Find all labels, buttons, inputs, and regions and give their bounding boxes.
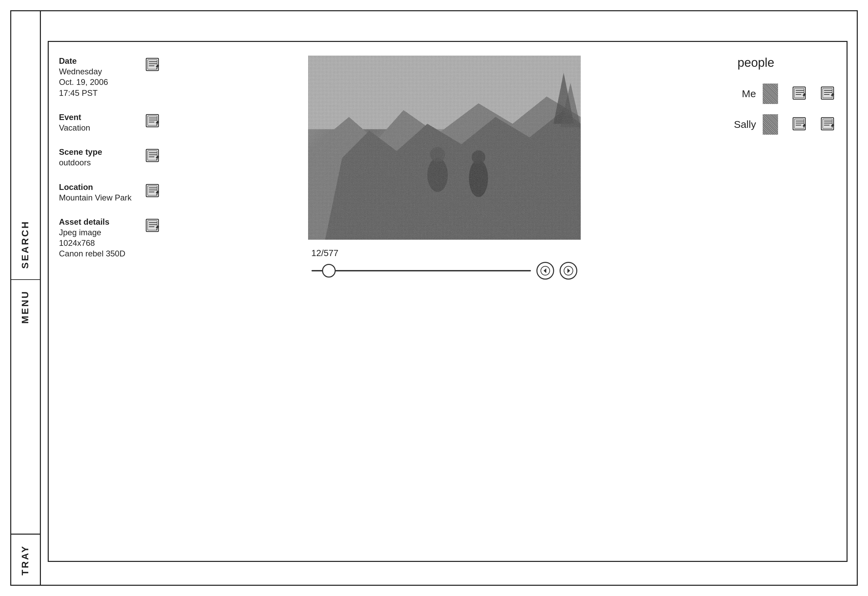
- sidebar-search-label[interactable]: SEARCH: [20, 210, 31, 279]
- svg-rect-62: [794, 119, 804, 129]
- location-label: Location: [59, 182, 142, 192]
- event-value: Vacation: [59, 123, 142, 133]
- asset-size: 1024x768: [59, 238, 142, 248]
- person-row-sally: Sally: [727, 114, 836, 135]
- person-name-sally: Sally: [731, 119, 756, 130]
- person-thumb-me: [763, 84, 778, 104]
- sidebar-menu-label[interactable]: MENU: [20, 280, 31, 334]
- date-full: Oct. 19, 2006: [59, 77, 142, 87]
- scene-label: Scene type: [59, 146, 142, 157]
- photo-slider[interactable]: [311, 270, 531, 271]
- person-me-edit-button[interactable]: [792, 86, 808, 102]
- asset-label: Asset details: [59, 216, 142, 227]
- slider-row: [311, 262, 577, 280]
- asset-section: Asset details Jpeg image 1024x768 Canon …: [59, 216, 161, 259]
- asset-type: Jpeg image: [59, 227, 142, 238]
- slider-thumb[interactable]: [322, 264, 336, 278]
- date-label: Date: [59, 56, 142, 66]
- info-panel: Date Wednesday Oct. 19, 2006 17:45 PST: [49, 42, 171, 561]
- scene-text: Scene type outdoors: [59, 146, 142, 168]
- svg-rect-15: [148, 151, 157, 160]
- photo-dither-overlay: [308, 56, 581, 240]
- svg-marker-48: [567, 268, 570, 273]
- event-section: Event Vacation: [59, 112, 161, 133]
- person-sally-edit-button[interactable]: [792, 116, 808, 133]
- asset-edit-button[interactable]: [145, 218, 161, 234]
- location-value: Mountain View Park: [59, 192, 142, 203]
- location-section: Location Mountain View Park: [59, 182, 161, 203]
- photo-display: [308, 56, 581, 240]
- svg-rect-8: [148, 116, 157, 126]
- svg-rect-68: [823, 119, 832, 129]
- next-button[interactable]: [559, 262, 577, 280]
- svg-rect-56: [823, 88, 832, 98]
- location-edit-button[interactable]: [145, 183, 161, 200]
- event-edit-button[interactable]: [145, 113, 161, 130]
- sidebar-bottom: TRAY: [10, 534, 40, 586]
- sidebar-top: SEARCH MENU: [10, 10, 40, 534]
- date-time: 17:45 PST: [59, 88, 142, 98]
- slide-counter: 12/577: [311, 248, 577, 259]
- left-sidebar: SEARCH MENU TRAY: [10, 10, 41, 586]
- date-day: Wednesday: [59, 66, 142, 77]
- event-text: Event Vacation: [59, 112, 142, 133]
- scene-section: Scene type outdoors: [59, 146, 161, 168]
- person-thumb-sally: [763, 114, 778, 135]
- scene-value: outdoors: [59, 157, 142, 168]
- scene-edit-button[interactable]: [145, 148, 161, 164]
- person-name-me: Me: [731, 88, 756, 99]
- person-row-me: Me: [727, 84, 836, 104]
- svg-rect-29: [148, 220, 157, 230]
- people-panel: people Me: [717, 42, 847, 561]
- slider-area: 12/577: [308, 248, 581, 280]
- prev-button[interactable]: [536, 262, 554, 280]
- date-text: Date Wednesday Oct. 19, 2006 17:45 PST: [59, 56, 142, 98]
- sidebar-tray-label[interactable]: TRAY: [20, 545, 31, 575]
- image-area: 12/577: [171, 42, 717, 561]
- date-section: Date Wednesday Oct. 19, 2006 17:45 PST: [59, 56, 161, 98]
- people-title: people: [738, 56, 774, 70]
- location-text: Location Mountain View Park: [59, 182, 142, 203]
- svg-rect-22: [148, 186, 157, 195]
- person-sally-detail-button[interactable]: [820, 116, 836, 133]
- svg-marker-46: [543, 268, 546, 273]
- asset-camera: Canon rebel 350D: [59, 248, 142, 259]
- inner-panel: Date Wednesday Oct. 19, 2006 17:45 PST: [48, 41, 847, 562]
- date-edit-button[interactable]: [145, 57, 161, 73]
- person-me-detail-button[interactable]: [820, 86, 836, 102]
- svg-rect-1: [148, 60, 157, 69]
- svg-rect-50: [794, 88, 804, 98]
- asset-text: Asset details Jpeg image 1024x768 Canon …: [59, 216, 142, 259]
- event-label: Event: [59, 112, 142, 123]
